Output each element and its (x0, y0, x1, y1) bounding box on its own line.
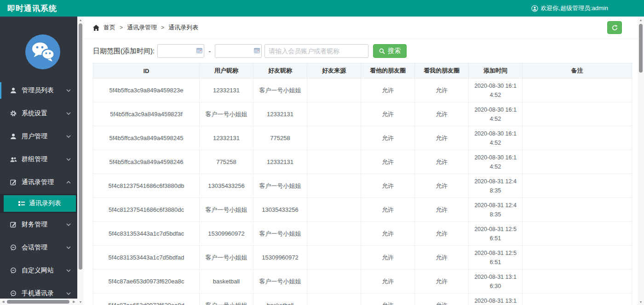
table-cell (523, 150, 632, 174)
table-cell: 允许 (361, 126, 415, 150)
table-cell (307, 126, 361, 150)
table-header-row: ID用户昵称好友昵称好友来源看他的朋友圈看我的朋友圈添加时间备注 (93, 63, 632, 79)
table-cell: 允许 (415, 294, 469, 305)
chevron-up-icon (66, 181, 71, 184)
scroll-down-arrow[interactable]: ▼ (77, 299, 84, 305)
table-cell: 客户一号小姐姐 (253, 79, 307, 102)
table-cell: 2020-08-31 13:16:30 (469, 294, 523, 305)
table-cell: 775258 (200, 150, 253, 174)
table-cell (307, 294, 361, 305)
sidebar-nav: 管理员列表 系统设置 用户管理 群组管理 通讯录管理 通讯录列表 (0, 79, 77, 299)
table-cell: 2020-08-30 16:14:52 (469, 79, 523, 102)
refresh-button[interactable] (607, 21, 622, 34)
table-cell: 客户一号小姐姐 (200, 246, 253, 270)
sidebar-item-admin-list[interactable]: 管理员列表 (0, 79, 77, 102)
table-cell (307, 174, 361, 198)
table-cell: 5f4c831353443a1c7d5bdfad (93, 246, 200, 270)
column-header: 好友来源 (307, 63, 361, 79)
sidebar-item-user-management[interactable]: 用户管理 (0, 125, 77, 148)
breadcrumb-home[interactable]: 首页 (104, 23, 115, 32)
main-content: 首页 > 通讯录管理 > 通讯录列表 日期范围(添加时间): - 搜索 (84, 17, 638, 305)
sidebar-item-finance-management[interactable]: 财务管理 (0, 213, 77, 236)
sidebar-item-label: 财务管理 (22, 220, 47, 229)
chevron-down-icon (66, 158, 71, 161)
table-cell (307, 102, 361, 126)
scrollbar-thumb[interactable] (639, 24, 643, 73)
table-cell: 客户一号小姐姐 (200, 198, 253, 222)
table-row: 5f4b5ffca3c9a849a459824512332131775258允许… (93, 126, 632, 150)
table-cell: 12332131 (253, 150, 307, 174)
sidebar-item-label: 系统设置 (22, 109, 47, 118)
table-cell: 13035433256 (253, 198, 307, 222)
breadcrumb-separator: > (120, 24, 123, 31)
keyword-search-input[interactable] (264, 44, 368, 58)
table-cell (523, 198, 632, 222)
sidebar-item-label: 通讯录管理 (22, 178, 54, 186)
sidebar-item-phone-contacts[interactable]: 手机通讯录 (0, 282, 77, 299)
breadcrumb: 首页 > 通讯录管理 > 通讯录列表 (84, 17, 638, 39)
table-cell: 2020-08-30 16:14:52 (469, 150, 523, 174)
sidebar-item-system-settings[interactable]: 系统设置 (0, 102, 77, 125)
table-cell: 5f4b5ffca3c9a849a459823e (93, 79, 200, 102)
date-to-field-wrap (215, 44, 262, 58)
sidebar-item-group-management[interactable]: 群组管理 (0, 148, 77, 171)
scrollbar-thumb[interactable] (7, 300, 69, 304)
home-icon (93, 25, 99, 31)
table-cell (307, 198, 361, 222)
chevron-down-icon (66, 269, 71, 272)
sidebar-item-custom-website[interactable]: 自定义网站 (0, 259, 77, 282)
column-header: ID (93, 63, 200, 79)
table-cell: basketball (200, 270, 253, 294)
table-row: 5f4b5ffca3c9a849a459823f客户一号小姐姐12332131允… (93, 102, 632, 126)
scroll-up-arrow[interactable]: ▲ (638, 17, 644, 23)
table-cell (523, 270, 632, 294)
table-cell (307, 246, 361, 270)
table-row: 5f4b5ffca3c9a849a459824677525812332131允许… (93, 150, 632, 174)
table-row: 5f4c831353443a1c7d5bdfac15309960972客户一号小… (93, 222, 632, 246)
chevron-down-icon (66, 135, 71, 138)
table-cell: 允许 (415, 79, 469, 102)
column-header: 看他的朋友圈 (361, 63, 415, 79)
scroll-up-arrow[interactable]: ▲ (77, 17, 84, 23)
sidebar-subitem-contacts-list[interactable]: 通讯录列表 (4, 195, 76, 212)
table-cell: 允许 (415, 102, 469, 126)
table-cell: 2020-08-30 16:14:52 (469, 126, 523, 150)
date-from-field-wrap (157, 44, 204, 58)
scroll-right-arrow[interactable]: ▶ (71, 299, 77, 305)
comment-icon (10, 244, 17, 251)
table-cell: 允许 (415, 198, 469, 222)
table-cell: 5f4c81237541686c6f3880dc (93, 198, 200, 222)
table-cell: 允许 (361, 174, 415, 198)
table-cell: 5f4b5ffca3c9a849a459823f (93, 102, 200, 126)
calendar-icon[interactable] (254, 48, 260, 53)
scroll-down-arrow[interactable]: ▼ (638, 299, 644, 305)
table-cell: 15309960972 (253, 246, 307, 270)
comment-icon (10, 290, 17, 297)
scrollbar-thumb[interactable] (79, 23, 82, 270)
table-cell (523, 79, 632, 102)
gear-icon (10, 110, 17, 117)
table-cell: 13035433256 (200, 174, 253, 198)
table-cell: 2020-08-30 16:14:52 (469, 102, 523, 126)
table-cell: 5f4c831353443a1c7d5bdfac (93, 222, 200, 246)
table-cell: 2020-08-31 12:56:51 (469, 246, 523, 270)
breadcrumb-contacts-management[interactable]: 通讯录管理 (127, 23, 157, 32)
table-cell: 5f4c87ae653d0973f620ea8d (93, 294, 200, 305)
sidebar-item-session-management[interactable]: 会话管理 (0, 236, 77, 259)
table-cell (523, 246, 632, 270)
column-header: 好友昵称 (253, 63, 307, 79)
table-cell: 允许 (361, 222, 415, 246)
refresh-icon (611, 24, 618, 31)
table-cell: 5f4c87ae653d0973f620ea8c (93, 270, 200, 294)
edit-square-icon (10, 179, 17, 186)
calendar-icon[interactable] (196, 48, 202, 53)
table-cell: 客户一号小姐姐 (253, 174, 307, 198)
sidebar-item-contacts-management[interactable]: 通讯录管理 (0, 171, 77, 194)
scroll-left-arrow[interactable]: ◀ (0, 299, 6, 305)
search-button[interactable]: 搜索 (373, 44, 407, 58)
user-icon (10, 87, 17, 94)
sidebar-item-label: 管理员列表 (22, 86, 54, 95)
table-cell (523, 174, 632, 198)
table-cell: 5f4b5ffca3c9a849a4598245 (93, 126, 200, 150)
table-cell: 2020-08-31 12:56:51 (469, 222, 523, 246)
